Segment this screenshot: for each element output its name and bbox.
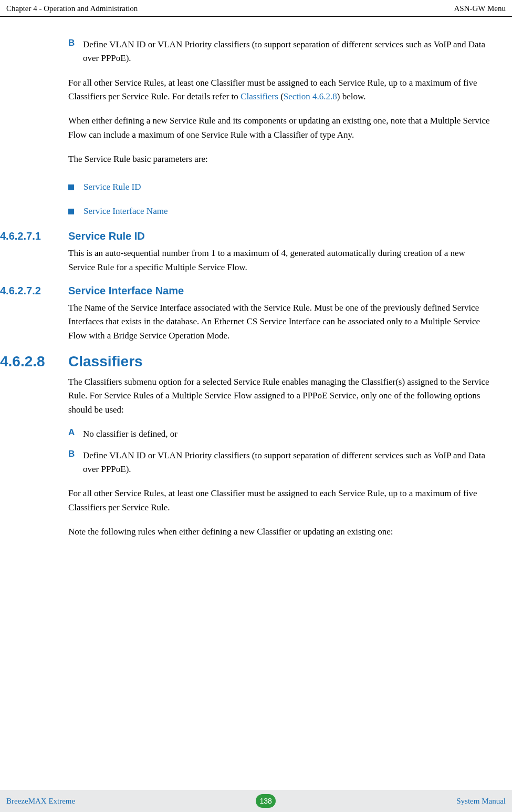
section-4-6-2-7-2: 4.6.2.7.2 Service Interface Name xyxy=(0,285,491,297)
bullet-square-icon xyxy=(68,209,74,214)
bullet-text-1[interactable]: Service Rule ID xyxy=(83,182,141,192)
section-body-2: The Name of the Service Interface associ… xyxy=(68,301,491,343)
section-4-6-2-7-1: 4.6.2.7.1 Service Rule ID xyxy=(0,230,491,242)
section-title: Service Interface Name xyxy=(68,285,184,297)
paragraph-basic-params: The Service Rule basic parameters are: xyxy=(68,152,491,166)
bullet-service-interface-name: Service Interface Name xyxy=(68,206,491,217)
list-item-b-bottom: B Define VLAN ID or VLAN Priority classi… xyxy=(68,449,491,477)
para1-post: ) below. xyxy=(337,91,366,101)
header-right: ASN-GW Menu xyxy=(454,4,506,13)
list-text-b: Define VLAN ID or VLAN Priority classifi… xyxy=(83,38,491,66)
list-item-b-top: B Define VLAN ID or VLAN Priority classi… xyxy=(68,38,491,66)
footer-right: System Manual xyxy=(456,797,506,806)
bullet-square-icon xyxy=(68,184,74,190)
section-body-3: The Classifiers submenu option for a sel… xyxy=(68,375,491,417)
list-item-a: A No classifier is defined, or xyxy=(68,427,491,441)
section-number: 4.6.2.7.2 xyxy=(0,285,68,297)
bullet-service-rule-id: Service Rule ID xyxy=(68,182,491,192)
paragraph-classifier-rules: Note the following rules when either def… xyxy=(68,525,491,539)
page-header: Chapter 4 - Operation and Administration… xyxy=(0,0,512,17)
page-content: B Define VLAN ID or VLAN Priority classi… xyxy=(0,17,512,539)
list-letter-b: B xyxy=(68,38,83,66)
list-letter-b2: B xyxy=(68,449,83,477)
section-body-1: This is an auto-sequential number from 1… xyxy=(68,246,491,274)
para1-mid: ( xyxy=(278,91,284,101)
list-letter-a: A xyxy=(68,427,83,441)
paragraph-max-classifiers: For all other Service Rules, at least on… xyxy=(68,487,491,515)
link-section-4628[interactable]: Section 4.6.2.8 xyxy=(284,91,337,101)
page-number-badge: 138 xyxy=(256,794,276,808)
bullet-text-2[interactable]: Service Interface Name xyxy=(83,206,168,217)
page-footer: BreezeMAX Extreme 138 System Manual xyxy=(0,790,512,812)
section-title: Classifiers xyxy=(68,353,143,370)
section-4-6-2-8: 4.6.2.8 Classifiers xyxy=(0,353,491,370)
list-text-a: No classifier is defined, or xyxy=(83,427,177,441)
list-text-b2: Define VLAN ID or VLAN Priority classifi… xyxy=(83,449,491,477)
footer-left: BreezeMAX Extreme xyxy=(6,797,75,806)
section-number: 4.6.2.7.1 xyxy=(0,230,68,242)
section-title: Service Rule ID xyxy=(68,230,145,242)
link-classifiers[interactable]: Classifiers xyxy=(241,91,278,101)
paragraph-service-rule-note: When either defining a new Service Rule … xyxy=(68,114,491,142)
header-left: Chapter 4 - Operation and Administration xyxy=(6,4,138,13)
section-number: 4.6.2.8 xyxy=(0,353,68,370)
paragraph-classifier-ref: For all other Service Rules, at least on… xyxy=(68,76,491,104)
